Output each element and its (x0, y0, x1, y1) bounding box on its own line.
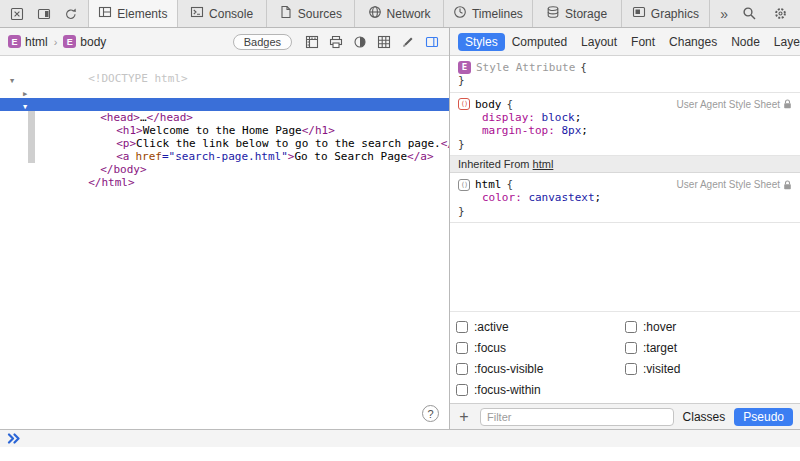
checkbox[interactable] (625, 321, 637, 333)
settings-gear-icon[interactable] (770, 4, 790, 24)
tab-timelines[interactable]: Timelines (444, 0, 533, 27)
pseudo-toggle-hover[interactable]: :hover (625, 320, 794, 334)
tab-label: Timelines (472, 7, 523, 21)
a-node[interactable]: <ahref="search-page.html">Go to Search P… (0, 137, 449, 150)
toolbar-right-controls: » (710, 0, 800, 27)
console-input-area[interactable] (0, 447, 800, 461)
storage-icon (546, 5, 560, 22)
overflow-tabs-button[interactable]: » (720, 7, 728, 21)
body-node-selected[interactable]: ▼ <body>= $0 (0, 98, 449, 111)
details-sidebar-toggle-icon[interactable] (422, 32, 441, 52)
tab-computed[interactable]: Computed (505, 33, 574, 51)
graphics-icon (632, 5, 646, 22)
html-close-node[interactable]: </html> (0, 163, 449, 176)
head-node-collapsed[interactable]: ▶ <head>…</head> (0, 85, 449, 98)
pseudo-button[interactable]: Pseudo (734, 408, 793, 426)
checkbox[interactable] (456, 384, 468, 396)
css-property[interactable]: display: block; (458, 111, 792, 125)
rule-selector[interactable]: Style Attribute (476, 61, 575, 74)
element-badge-icon: E (63, 35, 76, 48)
console-prompt-bar[interactable] (0, 429, 800, 447)
edit-brush-icon[interactable] (398, 32, 417, 52)
breadcrumb-separator-icon: › (53, 36, 59, 48)
tab-sources[interactable]: Sources (267, 0, 356, 27)
tab-storage[interactable]: Storage (533, 0, 622, 27)
tab-font[interactable]: Font (624, 33, 662, 51)
tab-styles[interactable]: Styles (458, 33, 505, 51)
search-icon[interactable] (739, 4, 759, 24)
tab-label: Sources (298, 7, 342, 21)
pseudo-toggle-focus[interactable]: :focus (456, 341, 625, 355)
web-inspector-window: Elements Console Sources Network Timelin… (0, 0, 800, 461)
badges-button[interactable]: Badges (233, 34, 292, 50)
tab-layout[interactable]: Layout (574, 33, 624, 51)
lock-icon (783, 99, 792, 109)
window-controls (0, 0, 88, 27)
element-badge-icon: E (458, 61, 471, 74)
tab-label: Storage (565, 7, 607, 21)
breadcrumb-body[interactable]: E body (63, 35, 106, 49)
body-rule[interactable]: () body { User Agent Style Sheet display… (450, 93, 800, 157)
html-open-node[interactable]: ▼ <htmllang="en"> (0, 72, 449, 85)
css-property[interactable]: margin-top: 8px; (458, 124, 792, 138)
inherited-from-bar: Inherited From html (450, 156, 800, 173)
p-node[interactable]: <p>Click the link below to go to the sea… (0, 124, 449, 137)
close-inspector-icon[interactable] (7, 4, 27, 24)
tab-elements[interactable]: Elements (89, 0, 178, 27)
rule-selector[interactable]: body (475, 98, 502, 111)
pseudo-class-toggles: :active :focus :focus-visible :focus-wit… (450, 311, 800, 403)
tab-network[interactable]: Network (355, 0, 444, 27)
checkbox[interactable] (625, 363, 637, 375)
tab-changes[interactable]: Changes (662, 33, 724, 51)
tab-label: Graphics (651, 7, 699, 21)
appearance-contrast-icon[interactable] (350, 32, 369, 52)
pseudo-toggle-visited[interactable]: :visited (625, 362, 794, 376)
help-button[interactable]: ? (422, 405, 439, 422)
doctype-node[interactable]: <!DOCTYPE html> (0, 59, 449, 72)
panel-tab-bar: Elements Console Sources Network Timelin… (88, 0, 710, 27)
checkbox[interactable] (625, 342, 637, 354)
dock-side-icon[interactable] (34, 4, 54, 24)
tab-console[interactable]: Console (178, 0, 267, 27)
rulers-icon[interactable] (302, 32, 321, 52)
checkbox[interactable] (456, 363, 468, 375)
lock-icon (783, 180, 792, 190)
checkbox[interactable] (456, 321, 468, 333)
breadcrumb-html[interactable]: E html (8, 35, 48, 49)
rule-selector[interactable]: html (475, 178, 502, 191)
css-property[interactable]: color: canvastext; (458, 191, 792, 205)
h1-node[interactable]: <h1>Welcome to the Home Page</h1> (0, 111, 449, 124)
style-attribute-rule[interactable]: E Style Attribute { } (450, 56, 800, 93)
tab-label: Console (209, 7, 253, 21)
classes-button[interactable]: Classes (683, 410, 726, 424)
grid-overlay-icon[interactable] (374, 32, 393, 52)
breadcrumb-label: body (80, 35, 106, 49)
pseudo-toggle-active[interactable]: :active (456, 320, 625, 334)
css-rule-icon: () (458, 179, 470, 191)
checkbox[interactable] (456, 342, 468, 354)
pseudo-toggle-focus-within[interactable]: :focus-within (456, 383, 625, 397)
tab-graphics[interactable]: Graphics (622, 0, 711, 27)
print-icon[interactable] (326, 32, 345, 52)
pseudo-toggle-target[interactable]: :target (625, 341, 794, 355)
dom-navigation-bar: E html › E body Badges (0, 28, 449, 56)
pseudo-toggle-focus-visible[interactable]: :focus-visible (456, 362, 625, 376)
styles-sidebar: Styles Computed Layout Font Changes Node… (450, 28, 800, 429)
sources-icon (279, 5, 293, 22)
timelines-icon (453, 5, 467, 22)
dom-panel: E html › E body Badges (0, 28, 450, 429)
stylesheet-source: User Agent Style Sheet (677, 178, 792, 191)
styles-filter-input[interactable] (480, 408, 674, 426)
new-rule-button[interactable]: + (457, 409, 471, 425)
reload-icon[interactable] (61, 4, 81, 24)
tab-layers[interactable]: Layers (767, 33, 800, 51)
body-close-node[interactable]: </body> (0, 150, 449, 163)
network-icon (368, 5, 382, 22)
inherited-target-link[interactable]: html (533, 158, 554, 170)
tab-label: Network (387, 7, 431, 21)
stylesheet-source: User Agent Style Sheet (677, 98, 792, 111)
main-toolbar: Elements Console Sources Network Timelin… (0, 0, 800, 28)
html-rule[interactable]: () html { User Agent Style Sheet color: … (450, 173, 800, 223)
dom-tree[interactable]: <!DOCTYPE html> ▼ <htmllang="en"> ▶ <hea… (0, 56, 449, 429)
tab-node[interactable]: Node (724, 33, 767, 51)
